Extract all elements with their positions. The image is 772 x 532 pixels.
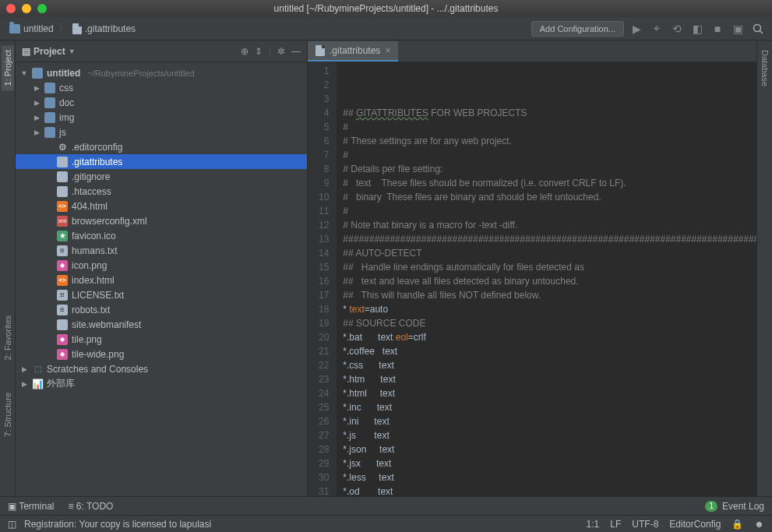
hector-icon[interactable]: ☻ bbox=[754, 519, 764, 530]
tree-file[interactable]: .htaccess bbox=[16, 184, 307, 199]
tree-folder-js[interactable]: js bbox=[16, 125, 307, 139]
project-icon: ▤ bbox=[22, 46, 30, 57]
breadcrumb[interactable]: untitled 〉 .gitattributes bbox=[6, 20, 139, 37]
todo-tool-button[interactable]: ≡ 6: TODO bbox=[68, 501, 113, 512]
editor-tabs: .gitattributes × bbox=[308, 41, 756, 62]
minimize-window-button[interactable] bbox=[22, 4, 31, 13]
sidebar-title[interactable]: Project bbox=[33, 46, 65, 57]
svg-line-1 bbox=[760, 30, 763, 33]
tree-file[interactable]: ◆tile.png bbox=[16, 332, 307, 347]
project-sidebar: ▤ Project ▼ ⊕ ⇕ | ✲ — untitled~/Rubymine… bbox=[16, 41, 308, 496]
left-tool-strip: 1: Project 2: Favorites 7: Structure bbox=[0, 41, 16, 496]
tree-file[interactable]: .gitattributes bbox=[16, 154, 307, 169]
event-count-badge: 1 bbox=[705, 501, 717, 512]
tree-file[interactable]: ◆icon.png bbox=[16, 258, 307, 273]
tree-scratches[interactable]: ⬚Scratches and Consoles bbox=[16, 361, 307, 376]
file-icon bbox=[72, 23, 82, 34]
code-content[interactable]: ✔ ## GITATTRIBUTES FOR WEB PROJECTS## Th… bbox=[337, 62, 756, 496]
terminal-tool-button[interactable]: ▣ Terminal bbox=[8, 501, 54, 512]
breadcrumb-root: untitled bbox=[23, 23, 54, 34]
hide-icon[interactable]: — bbox=[291, 46, 301, 57]
tree-file[interactable]: <>index.html bbox=[16, 273, 307, 287]
close-window-button[interactable] bbox=[6, 4, 16, 13]
tree-file[interactable]: site.webmanifest bbox=[16, 317, 307, 332]
tree-folder-img[interactable]: img bbox=[16, 110, 307, 125]
folder-icon bbox=[9, 24, 20, 33]
project-sidebar-header: ▤ Project ▼ ⊕ ⇕ | ✲ — bbox=[16, 41, 307, 62]
breadcrumb-sep: 〉 bbox=[58, 22, 68, 35]
file-icon bbox=[315, 45, 325, 56]
editor-area: .gitattributes × 12345678910111213141516… bbox=[308, 41, 756, 496]
search-icon[interactable] bbox=[750, 21, 766, 37]
editor-tab[interactable]: .gitattributes × bbox=[308, 41, 398, 62]
tree-root[interactable]: untitled~/RubymineProjects/untitled bbox=[16, 65, 307, 80]
coverage-icon[interactable]: ⟲ bbox=[669, 21, 685, 37]
tree-file[interactable]: ≡humans.txt bbox=[16, 243, 307, 258]
favorites-tool-tab[interactable]: 2: Favorites bbox=[2, 311, 14, 365]
code-editor[interactable]: 1234567891011121314151617181920212223242… bbox=[308, 62, 756, 496]
close-tab-icon[interactable]: × bbox=[385, 45, 390, 56]
add-configuration-button[interactable]: Add Configuration... bbox=[531, 21, 624, 37]
tree-folder-doc[interactable]: doc bbox=[16, 95, 307, 110]
window-title: untitled [~/RubymineProjects/untitled] -… bbox=[0, 3, 772, 14]
collapse-icon[interactable]: ⇕ bbox=[255, 46, 263, 57]
tool-windows-icon[interactable]: ◫ bbox=[8, 519, 16, 530]
titlebar: untitled [~/RubymineProjects/untitled] -… bbox=[0, 0, 772, 17]
project-tool-tab[interactable]: 1: Project bbox=[2, 45, 14, 90]
encoding[interactable]: UTF-8 bbox=[632, 519, 658, 530]
tab-label: .gitattributes bbox=[330, 45, 380, 56]
project-tree[interactable]: untitled~/RubymineProjects/untitledcssdo… bbox=[16, 62, 307, 496]
tree-file[interactable]: ≡robots.txt bbox=[16, 302, 307, 317]
tree-file[interactable]: ★favicon.ico bbox=[16, 228, 307, 243]
line-ending[interactable]: LF bbox=[610, 519, 621, 530]
status-message: Registration: Your copy is licensed to l… bbox=[24, 519, 211, 530]
breadcrumb-file: .gitattributes bbox=[85, 23, 136, 34]
tree-external-libs[interactable]: 📊外部库 bbox=[16, 376, 307, 391]
line-gutter: 1234567891011121314151617181920212223242… bbox=[308, 62, 337, 496]
caret-position[interactable]: 1:1 bbox=[587, 519, 600, 530]
svg-point-0 bbox=[754, 24, 761, 31]
tree-file[interactable]: .gitignore bbox=[16, 169, 307, 184]
layout-icon[interactable]: ▣ bbox=[730, 21, 746, 37]
run-icon[interactable]: ▶ bbox=[629, 21, 644, 37]
zoom-window-button[interactable] bbox=[37, 4, 47, 13]
profile-icon[interactable]: ◧ bbox=[689, 21, 705, 37]
locate-icon[interactable]: ⊕ bbox=[241, 46, 249, 57]
status-bar: ◫ Registration: Your copy is licensed to… bbox=[0, 515, 772, 532]
debug-icon[interactable]: ⌖ bbox=[649, 21, 664, 37]
lock-icon[interactable]: 🔒 bbox=[731, 519, 743, 530]
tree-file[interactable]: <>404.html bbox=[16, 199, 307, 213]
dropdown-icon[interactable]: ▼ bbox=[69, 48, 76, 55]
tree-file[interactable]: ⚙.editorconfig bbox=[16, 139, 307, 154]
structure-tool-tab[interactable]: 7: Structure bbox=[2, 388, 14, 442]
settings-icon[interactable]: ✲ bbox=[277, 46, 285, 57]
editorconfig-indicator[interactable]: EditorConfig bbox=[669, 519, 721, 530]
tree-file[interactable]: ≡LICENSE.txt bbox=[16, 287, 307, 302]
tree-folder-css[interactable]: css bbox=[16, 80, 307, 95]
right-tool-strip: Database bbox=[756, 41, 772, 496]
navigation-bar: untitled 〉 .gitattributes Add Configurat… bbox=[0, 17, 772, 41]
bottom-tool-bar: ▣ Terminal ≡ 6: TODO 1 Event Log bbox=[0, 496, 772, 515]
tree-file[interactable]: ◆tile-wide.png bbox=[16, 347, 307, 361]
event-log-button[interactable]: Event Log bbox=[722, 501, 764, 512]
database-tool-tab[interactable]: Database bbox=[759, 45, 771, 91]
stop-icon[interactable]: ■ bbox=[710, 21, 725, 37]
tree-file[interactable]: xmbrowserconfig.xml bbox=[16, 213, 307, 228]
